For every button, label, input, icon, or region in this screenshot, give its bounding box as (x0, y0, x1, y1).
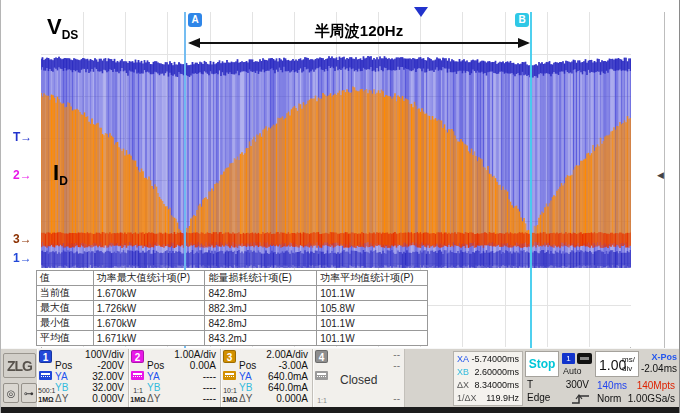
xb-value: 2.60000ms (474, 367, 519, 377)
table-header-row: 值 功率最大值统计项(P) 能量损耗统计项(E) 功率平均值统计项(P) (37, 271, 428, 286)
xa-value: -5.74000ms (471, 354, 519, 364)
yb-label: YB (55, 382, 68, 393)
channel-2-dy: ---- (203, 393, 216, 404)
trigger-position-icon[interactable] (414, 7, 428, 17)
cursor-xb-row: XB 2.60000ms (457, 367, 519, 377)
channel-1-scale: 100V/div (85, 349, 124, 360)
cursor-b-line[interactable] (530, 12, 532, 348)
channel-3-scale: 2.00A/div (266, 349, 308, 360)
channel-1-impedance: 1MΩ (38, 396, 54, 403)
yb-label: YB (239, 382, 252, 393)
trigger-mode[interactable]: Auto (563, 366, 582, 376)
vds-label: VDS (47, 14, 78, 42)
row-value: 105.8W (317, 301, 428, 316)
cursor-xa-row: XA -5.74000ms (457, 354, 519, 364)
channel-2-pos: 0.00A (190, 360, 216, 371)
col-header-energy: 能量损耗统计项(E) (205, 271, 317, 286)
rising-edge-icon (571, 393, 591, 405)
oscilloscope-screen: A B 半周波120Hz VDS ID T→ 2→ 3→ 1→ ◀ 值 功率最大… (0, 0, 680, 413)
xa-label: XA (457, 354, 469, 364)
table-row: 当前值1.670kW842.8mJ101.1W (37, 286, 428, 301)
cursor-a-badge[interactable]: A (188, 13, 202, 27)
channel-2-scale: 1.00A/div (174, 349, 216, 360)
pos-label: Pos (239, 360, 256, 371)
channel-4-dash: -- (393, 360, 400, 371)
trigger-source-badge[interactable]: 1 (562, 353, 575, 364)
probe-cal-icon[interactable]: ⊶ (21, 383, 37, 403)
memory-depth: 140Mpts (637, 380, 675, 391)
row-value: 843.2mJ (205, 331, 317, 346)
xb-label: XB (457, 367, 469, 377)
timebase-button[interactable]: 1.00 ms/ div (595, 351, 639, 377)
row-value: 1.726kW (93, 301, 205, 316)
trigger-display-icon (577, 353, 592, 364)
channel-3-yb: 640.0mA (268, 382, 308, 393)
pos-label: Pos (147, 360, 164, 371)
pos-label: Pos (55, 360, 72, 371)
timebase-panel: 1.00 ms/ div X-Pos -2.04ms 140ms 140Mpts… (595, 349, 679, 408)
channel-3-block[interactable]: 3 10:1 1MΩ 2.00A/div Pos -3.00A YA 640.0… (221, 349, 313, 408)
trigger-level-marker[interactable]: T→ (13, 130, 32, 144)
row-value: 882.3mJ (205, 301, 317, 316)
channel-3-badge[interactable]: 3 (223, 350, 236, 363)
measurement-table: 值 功率最大值统计项(P) 能量损耗统计项(E) 功率平均值统计项(P) 当前值… (36, 270, 428, 346)
table-row: 最大值1.726kW882.3mJ105.8W (37, 301, 428, 316)
channel-1-pos: -200V (97, 360, 124, 371)
channel-4-probe-ratio: 1:1 (314, 397, 330, 404)
id-label: ID (53, 160, 68, 188)
dx-label: ΔX (457, 380, 469, 390)
channel-2-badge[interactable]: 2 (131, 350, 144, 363)
channel-1-coupling-icon (39, 371, 52, 380)
row-value: 101.1W (317, 316, 428, 331)
channel-4-block[interactable]: 4 -- -- Closed -- 1:1 (313, 349, 405, 408)
channel-1-ya: 32.00V (92, 371, 124, 382)
row-value: 842.8mJ (205, 286, 317, 301)
cursor-readout-panel: XA -5.74000ms XB 2.60000ms ΔX 8.34000ms … (453, 351, 523, 406)
panel-collapse-icon[interactable]: ◀ (657, 170, 664, 180)
channel-1-badge[interactable]: 1 (39, 350, 52, 363)
trigger-type[interactable]: Edge (527, 392, 550, 403)
channel-2-marker[interactable]: 2→ (13, 168, 32, 182)
dx-value: 8.34000ms (474, 380, 519, 390)
period-arrow (190, 42, 528, 44)
run-stop-button[interactable]: Stop (525, 351, 559, 377)
sample-rate: 1.00GSa/s (628, 393, 675, 404)
channel-1-probe-ratio: 500:1 (38, 387, 54, 394)
row-value: 101.1W (317, 331, 428, 346)
inv-dx-value: 119.9Hz (486, 393, 519, 403)
trigger-panel: Stop 1 Auto T 300V Edge (525, 349, 593, 408)
channel-4-badge[interactable]: 4 (315, 350, 328, 363)
channel-3-dy: 0.000A (276, 393, 308, 404)
channel-4-dash: -- (393, 349, 400, 360)
row-label: 最小值 (37, 316, 94, 331)
channel-1-block[interactable]: 1 500:1 1MΩ 100V/div Pos -200V YA 32.00V… (37, 349, 129, 408)
side-panel-divider (664, 12, 665, 348)
row-value: 842.8mJ (205, 316, 317, 331)
row-label: 当前值 (37, 286, 94, 301)
channel-2-probe-ratio: 1:1 (130, 387, 146, 394)
channel-3-marker[interactable]: 3→ (13, 232, 32, 246)
dy-label: ΔY (239, 393, 252, 404)
cursor-b-badge[interactable]: B (515, 13, 529, 27)
channel-3-ya: 640.0mA (268, 371, 308, 382)
channel-1-marker[interactable]: 1→ (13, 251, 32, 265)
channel-2-impedance: 1MΩ (130, 396, 146, 403)
bottom-bezel (1, 407, 680, 413)
xpos-label: X-Pos (651, 352, 677, 362)
dy-label: ΔY (55, 393, 68, 404)
col-header-value: 值 (37, 271, 94, 286)
channel-2-block[interactable]: 2 1:1 1MΩ 1.00A/div Pos 0.00A YA ---- YB… (129, 349, 221, 408)
trigger-level-label: T (527, 379, 533, 390)
xpos-value: -2.04ms (641, 363, 677, 374)
row-label: 平均值 (37, 331, 94, 346)
row-value: 101.1W (317, 286, 428, 301)
channel-3-probe-ratio: 10:1 (222, 387, 238, 394)
dy-label: ΔY (147, 393, 160, 404)
channel-2-yb: ---- (203, 382, 216, 393)
row-value: 1.671kW (93, 331, 205, 346)
channel-1-yb: 32.00V (92, 382, 124, 393)
status-bar: ZLG ◎ ⊶ 1 500:1 1MΩ 100V/div Pos -200V Y… (1, 348, 680, 407)
ya-label: YA (55, 371, 68, 382)
row-value: 1.670kW (93, 316, 205, 331)
probe-tool-icon[interactable]: ◎ (3, 383, 19, 403)
